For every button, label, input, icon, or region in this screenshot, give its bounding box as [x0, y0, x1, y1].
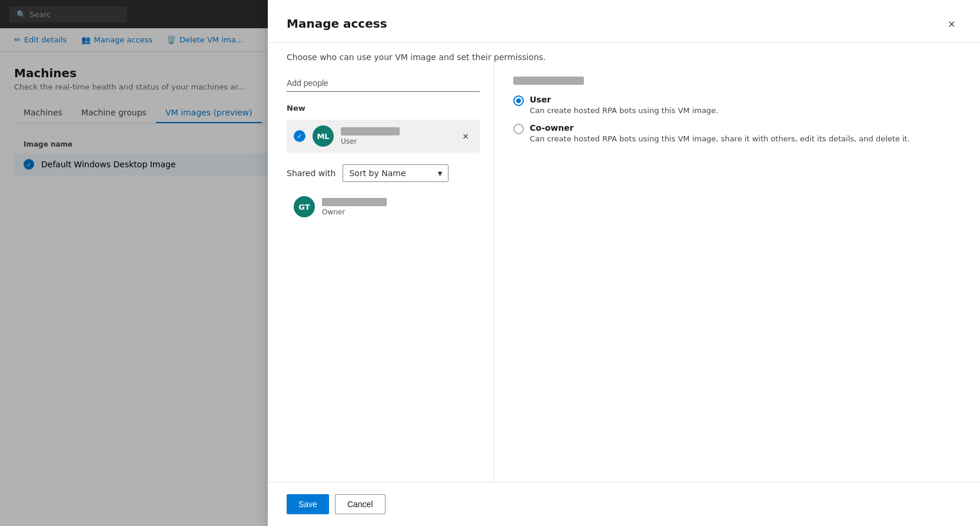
owner-avatar: GT [294, 196, 315, 217]
remove-user-button[interactable]: × [459, 129, 473, 143]
modal-subtitle: Choose who can use your VM image and set… [268, 43, 980, 62]
radio-user-label: User [530, 95, 719, 104]
new-user-avatar: ML [313, 125, 334, 147]
modal-header: Manage access × [268, 0, 980, 43]
manage-access-panel: Manage access × Choose who can use your … [268, 0, 980, 526]
radio-user-content: User Can create hosted RPA bots using th… [530, 95, 719, 116]
modal-body: New ✓ ML User × Shared with Sort by [268, 62, 980, 482]
radio-coowner-desc: Can create hosted RPA bots using this VM… [530, 134, 910, 144]
new-user-name-blurred [341, 127, 400, 135]
modal-footer: Save Cancel [268, 482, 980, 526]
permissions-user-name [513, 77, 584, 85]
radio-group: User Can create hosted RPA bots using th… [513, 95, 961, 144]
modal-title: Manage access [287, 16, 387, 31]
shared-with-label: Shared with [287, 168, 335, 178]
new-user-role: User [341, 137, 451, 145]
radio-coowner-label: Co-owner [530, 123, 910, 133]
sort-dropdown[interactable]: Sort by Name ▼ [343, 164, 449, 182]
add-people-input[interactable] [287, 76, 480, 92]
owner-name-blurred [322, 198, 387, 206]
save-button[interactable]: Save [287, 494, 329, 514]
radio-coowner-option[interactable]: Co-owner Can create hosted RPA bots usin… [513, 123, 961, 144]
radio-user-desc: Can create hosted RPA bots using this VM… [530, 105, 719, 116]
owner-info: Owner [322, 198, 473, 216]
sort-label: Sort by Name [349, 168, 406, 178]
chevron-down-icon: ▼ [438, 170, 443, 177]
new-section-label: New [287, 104, 480, 113]
new-user-name [341, 127, 451, 136]
left-panel: New ✓ ML User × Shared with Sort by [268, 62, 494, 482]
new-user-info: User [341, 127, 451, 145]
owner-name [322, 198, 473, 207]
radio-user-option[interactable]: User Can create hosted RPA bots using th… [513, 95, 961, 116]
owner-role: Owner [322, 208, 473, 216]
shared-with-row: Shared with Sort by Name ▼ [287, 164, 480, 182]
cancel-button[interactable]: Cancel [335, 494, 386, 514]
radio-coowner-button[interactable] [513, 124, 524, 134]
radio-user-button[interactable] [513, 95, 524, 106]
user-check-icon: ✓ [294, 130, 305, 142]
right-panel: User Can create hosted RPA bots using th… [494, 62, 980, 482]
radio-coowner-content: Co-owner Can create hosted RPA bots usin… [530, 123, 910, 144]
owner-item: GT Owner [287, 191, 480, 222]
new-user-item: ✓ ML User × [287, 120, 480, 153]
close-button[interactable]: × [942, 14, 961, 33]
